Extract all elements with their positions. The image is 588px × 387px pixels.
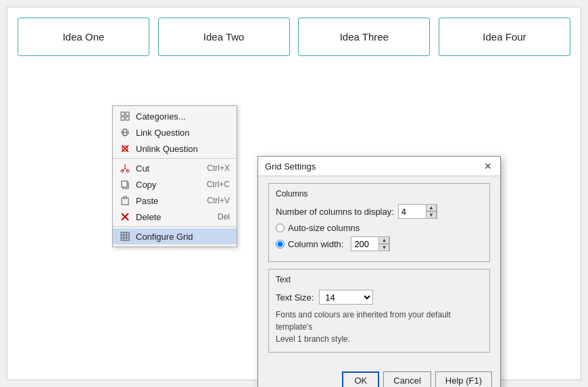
- text-legend: Text: [276, 275, 483, 284]
- unlink-icon: [120, 143, 130, 154]
- configure-icon: [120, 231, 130, 242]
- menu-separator-1: [113, 158, 237, 159]
- spinner-buttons-columns: ▲ ▼: [426, 204, 437, 219]
- columns-legend: Columns: [276, 189, 483, 199]
- num-columns-row: Number of columns to display: ▲ ▼: [276, 204, 483, 219]
- link-question-label: Link Question: [136, 128, 230, 138]
- idea-card-4-label: Idea Four: [483, 31, 526, 43]
- context-menu: Categories... Link Question Unlink Quest…: [112, 105, 237, 247]
- columns-section: Columns Number of columns to display: ▲ …: [268, 183, 490, 262]
- text-size-select[interactable]: 891011 12131416 182024: [319, 290, 373, 305]
- text-size-row: Text Size: 891011 12131416 182024: [276, 290, 483, 305]
- idea-card-3[interactable]: Idea Three: [298, 18, 430, 56]
- menu-item-configure-grid[interactable]: Configure Grid: [113, 228, 237, 244]
- idea-card-2[interactable]: Idea Two: [158, 18, 290, 56]
- copy-icon: [120, 179, 130, 190]
- link-icon: [120, 127, 130, 138]
- num-columns-input[interactable]: [399, 205, 426, 218]
- column-width-radio-label: Column width:: [288, 239, 343, 249]
- grid-settings-dialog: Grid Settings ✕ Columns Number of column…: [258, 156, 501, 387]
- menu-item-link-question[interactable]: Link Question: [113, 124, 237, 140]
- num-columns-up[interactable]: ▲: [426, 204, 437, 211]
- idea-card-2-label: Idea Two: [203, 31, 245, 43]
- paste-shortcut: Ctrl+V: [207, 196, 230, 205]
- svg-rect-3: [126, 117, 129, 120]
- delete-shortcut: Del: [218, 212, 230, 222]
- svg-rect-26: [121, 238, 124, 240]
- help-button[interactable]: Help (F1): [435, 371, 492, 387]
- dialog-footer: OK Cancel Help (F1): [258, 366, 500, 387]
- column-width-input[interactable]: [351, 237, 378, 251]
- unlink-question-label: Unlink Question: [136, 144, 230, 154]
- main-canvas: Idea One Idea Two Idea Three Idea Four C…: [7, 7, 581, 380]
- column-width-spinner[interactable]: ▲ ▼: [351, 236, 390, 251]
- copy-label: Copy: [136, 180, 201, 190]
- column-width-row: Column width: ▲ ▼: [276, 236, 483, 251]
- col-width-up[interactable]: ▲: [378, 236, 389, 244]
- svg-rect-16: [122, 181, 127, 187]
- menu-separator-2: [113, 226, 237, 227]
- cancel-button[interactable]: Cancel: [383, 371, 431, 387]
- menu-item-delete[interactable]: Delete Del: [113, 209, 237, 225]
- cut-icon: [120, 163, 130, 174]
- ok-button[interactable]: OK: [342, 371, 379, 387]
- cut-shortcut: Ctrl+X: [207, 163, 230, 173]
- paste-icon: [120, 195, 130, 206]
- copy-shortcut: Ctrl+C: [207, 180, 230, 189]
- svg-rect-18: [124, 197, 126, 199]
- auto-size-radio[interactable]: [276, 224, 285, 232]
- text-section: Text Text Size: 891011 12131416 182024 F…: [268, 269, 490, 353]
- text-size-label: Text Size:: [276, 292, 314, 303]
- info-text: Fonts and colours are inherited from you…: [276, 309, 483, 345]
- menu-item-copy[interactable]: Copy Ctrl+C: [113, 176, 237, 192]
- configure-grid-label: Configure Grid: [136, 232, 230, 242]
- num-columns-down[interactable]: ▼: [426, 211, 437, 219]
- menu-item-categories[interactable]: Categories...: [113, 108, 237, 124]
- svg-rect-0: [121, 112, 124, 115]
- paste-label: Paste: [136, 196, 201, 206]
- dialog-body: Columns Number of columns to display: ▲ …: [258, 176, 500, 366]
- auto-size-row: Auto-size columns: [276, 223, 483, 233]
- cut-label: Cut: [136, 163, 201, 174]
- dialog-title: Grid Settings: [265, 161, 316, 172]
- idea-card-3-label: Idea Three: [340, 31, 389, 43]
- col-width-down[interactable]: ▼: [378, 244, 389, 251]
- delete-label: Delete: [136, 212, 212, 222]
- num-columns-label: Number of columns to display:: [276, 207, 394, 217]
- menu-item-paste[interactable]: Paste Ctrl+V: [113, 192, 237, 209]
- idea-card-1[interactable]: Idea One: [18, 18, 149, 56]
- grid-icon: [120, 111, 130, 122]
- num-columns-spinner[interactable]: ▲ ▼: [398, 204, 437, 219]
- categories-label: Categories...: [136, 111, 230, 122]
- spinner-buttons-width: ▲ ▼: [378, 236, 389, 251]
- idea-card-4[interactable]: Idea Four: [439, 18, 570, 56]
- cards-row: Idea One Idea Two Idea Three Idea Four: [7, 7, 581, 63]
- svg-rect-1: [126, 112, 129, 115]
- idea-card-1-label: Idea One: [63, 31, 105, 43]
- auto-size-label: Auto-size columns: [288, 223, 360, 233]
- dialog-titlebar: Grid Settings ✕: [258, 157, 500, 176]
- menu-item-unlink-question[interactable]: Unlink Question: [113, 140, 237, 157]
- column-width-radio[interactable]: [276, 240, 285, 249]
- menu-item-cut[interactable]: Cut Ctrl+X: [113, 160, 237, 176]
- delete-icon: [120, 211, 130, 222]
- svg-rect-2: [121, 117, 124, 120]
- dialog-close-button[interactable]: ✕: [483, 161, 493, 172]
